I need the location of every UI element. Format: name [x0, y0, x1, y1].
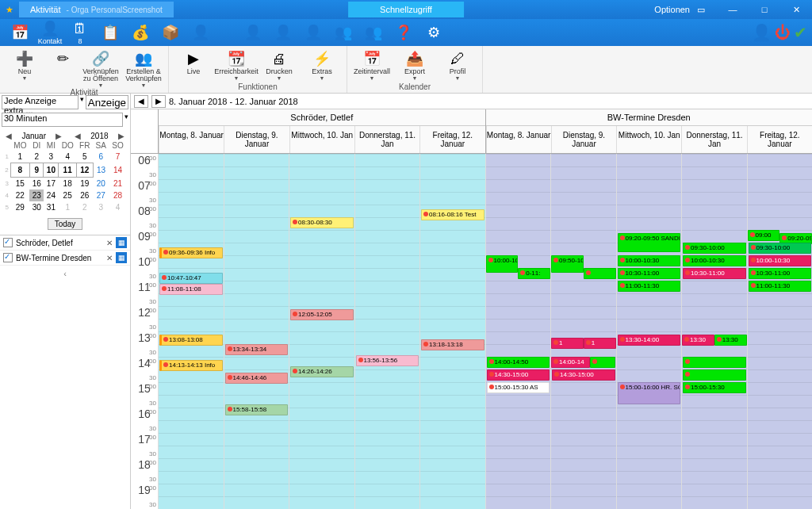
- minical-day[interactable]: 9: [29, 163, 44, 178]
- ribbon-zeitint[interactable]: 📅Zeitintervall▼: [352, 48, 392, 82]
- event[interactable]: 14:00-14:50: [487, 357, 550, 368]
- remove-icon[interactable]: ✕: [106, 254, 113, 262]
- day-column[interactable]: 09:0009:20-09:5009:30-10:0010:00-10:3010…: [747, 154, 813, 509]
- minical-day[interactable]: 31: [44, 201, 59, 213]
- event[interactable]: 15:58-15:58: [225, 404, 289, 415]
- minical-day[interactable]: 1: [59, 201, 77, 213]
- minical-day[interactable]: 4: [59, 151, 77, 163]
- event[interactable]: 10:00-10:50: [486, 255, 519, 273]
- minical-day[interactable]: 29: [10, 201, 29, 213]
- minical-day[interactable]: 13: [93, 163, 109, 178]
- quick-q7[interactable]: ⚙: [419, 21, 449, 44]
- day-header[interactable]: Dienstag, 9. Januar: [551, 126, 616, 153]
- event[interactable]: 14:46-14:46: [225, 373, 289, 384]
- event[interactable]: 10:30-11:00: [618, 268, 681, 279]
- minical-day[interactable]: [93, 213, 109, 216]
- minical-day[interactable]: 16: [29, 178, 44, 190]
- event[interactable]: 13:30: [682, 335, 714, 346]
- color-icon[interactable]: ▦: [116, 252, 127, 263]
- event[interactable]: 10:00-10:30: [683, 255, 746, 266]
- minical-day[interactable]: 23: [29, 189, 44, 201]
- day-column[interactable]: 09:50-10:501114:00-1414:30-15:00: [550, 154, 616, 509]
- event[interactable]: 14:30-15:00: [552, 369, 615, 381]
- event[interactable]: 09:36-09:36 Info: [159, 247, 223, 258]
- minical-day[interactable]: 4: [109, 201, 126, 213]
- day-header[interactable]: Mittwoch, 10. Jan: [616, 126, 681, 153]
- minical-day[interactable]: 2: [77, 201, 93, 213]
- minical-day[interactable]: [10, 213, 29, 216]
- minical-day[interactable]: [44, 213, 59, 216]
- quick-q6[interactable]: ❓: [389, 21, 419, 44]
- event[interactable]: 08:16-08:16 Test: [421, 209, 485, 220]
- event[interactable]: 10:47-10:47: [159, 273, 223, 284]
- calendar-item[interactable]: BW-Termine Dresden✕▦: [0, 251, 130, 266]
- day-column[interactable]: 08:16-08:16 Test13:18-13:18: [419, 154, 485, 509]
- event[interactable]: 10:30-11:00: [749, 268, 812, 279]
- minical-day[interactable]: 2: [29, 151, 44, 163]
- event[interactable]: 1: [584, 338, 616, 349]
- calendar-item[interactable]: Schröder, Detlef✕▦: [0, 235, 130, 251]
- quick-q5[interactable]: 👥: [358, 21, 389, 44]
- ribbon-erreich[interactable]: 📆Erreichbarkeit▼: [216, 48, 256, 82]
- ribbon-neu[interactable]: ➕Neu▼: [5, 48, 44, 88]
- display-select[interactable]: Jede Anzeige extra ...: [2, 95, 79, 109]
- minical-day[interactable]: 21: [109, 178, 126, 190]
- day-header[interactable]: Freitag, 12. Januar: [419, 126, 485, 153]
- quick-person1[interactable]: 👤: [186, 21, 216, 44]
- calendar-body[interactable]: 0600300700300800300900301000301100301200…: [131, 154, 812, 509]
- ribbon-live[interactable]: ▶Live: [174, 48, 213, 82]
- minical-day[interactable]: 18: [59, 178, 77, 190]
- day-header[interactable]: Dienstag, 9. Januar: [224, 126, 289, 153]
- prev-month-icon[interactable]: ◀: [3, 132, 14, 140]
- prev-week-icon[interactable]: ◀: [134, 95, 148, 108]
- quick-calendar[interactable]: 📅: [5, 21, 35, 44]
- minical-day[interactable]: 3: [93, 201, 109, 213]
- minical-day[interactable]: 15: [10, 178, 29, 190]
- event[interactable]: 09:30-10:00: [749, 243, 812, 254]
- event[interactable]: 13:30: [714, 335, 747, 346]
- quick-kontakt[interactable]: 👤Kontakt: [35, 21, 65, 44]
- sidebar-collapser[interactable]: ‹: [0, 266, 130, 313]
- help-icon[interactable]: ▭: [685, 5, 717, 15]
- next-month-icon[interactable]: ▶: [53, 132, 64, 140]
- minical-day[interactable]: 17: [44, 178, 59, 190]
- minical-day[interactable]: 7: [109, 151, 126, 163]
- event[interactable]: 09:20-09:50 SANDRA - Aoufi.: [618, 233, 681, 252]
- event[interactable]: 09:30-10:00: [683, 243, 746, 254]
- event[interactable]: 11:08-11:08: [159, 284, 223, 295]
- day-header[interactable]: Donnerstag, 11. Jan: [354, 126, 419, 153]
- close-icon[interactable]: ✕: [780, 5, 812, 15]
- minical-day[interactable]: 8: [10, 163, 29, 178]
- event[interactable]: 09:50-10:50: [551, 255, 584, 273]
- minical-day[interactable]: 26: [77, 189, 93, 201]
- day-header[interactable]: Montag, 8. Januar: [486, 126, 551, 153]
- ribbon-drucken[interactable]: 🖨Drucken▼: [259, 48, 299, 82]
- event[interactable]: 10:30-11:00: [683, 268, 746, 279]
- minimize-icon[interactable]: —: [717, 5, 749, 15]
- minical-day[interactable]: 5: [77, 151, 93, 163]
- event[interactable]: 15:00-16:00 HR. SCHREIER. + HR.: [618, 382, 681, 404]
- minical-day[interactable]: 1: [10, 151, 29, 163]
- prev-year-icon[interactable]: ◀: [72, 132, 83, 140]
- minical-day[interactable]: [59, 213, 77, 216]
- minical-day[interactable]: 19: [77, 178, 93, 190]
- day-column[interactable]: 09:36-09:36 Info10:47-10:4711:08-11:0813…: [158, 154, 224, 509]
- interval-select[interactable]: 30 Minuten: [2, 113, 123, 127]
- event[interactable]: 08:30-08:30: [290, 217, 354, 228]
- minical-day[interactable]: 25: [59, 189, 77, 201]
- anzeige-button[interactable]: Anzeige: [86, 95, 128, 109]
- event[interactable]: [590, 357, 616, 368]
- event[interactable]: 0-11:: [518, 268, 550, 279]
- day-header[interactable]: Montag, 8. Januar: [159, 126, 224, 153]
- event[interactable]: 14:26-14:26: [290, 366, 354, 377]
- minical-day[interactable]: 28: [109, 189, 126, 201]
- minical-day[interactable]: 14: [109, 163, 126, 178]
- title-tab-aktivitat[interactable]: Aktivität - Orga PersonalScreenshot: [19, 2, 174, 17]
- day-header[interactable]: Donnerstag, 11. Jan: [681, 126, 746, 153]
- minical-day[interactable]: 22: [10, 189, 29, 201]
- ribbon-edit[interactable]: ✏: [48, 48, 78, 88]
- event[interactable]: 10:00-10:30: [749, 255, 812, 266]
- event[interactable]: 12:05-12:05: [290, 309, 354, 320]
- day-column[interactable]: 13:34-13:3414:46-14:4615:58-15:58: [224, 154, 289, 509]
- day-column[interactable]: 13:56-13:56: [354, 154, 420, 509]
